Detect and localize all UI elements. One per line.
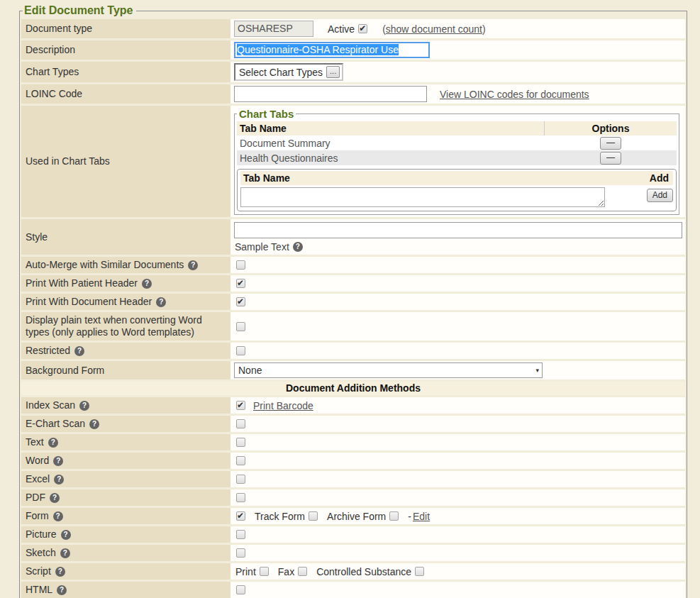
chart-tabs-title: Chart Tabs xyxy=(237,108,296,120)
excel-label: Excel xyxy=(26,473,50,485)
row-chart-types: Chart Types Select Chart Types ... xyxy=(21,62,685,82)
chevron-down-icon: ▾ xyxy=(535,367,539,374)
help-icon[interactable]: ? xyxy=(293,242,303,252)
background-form-select[interactable]: None ▾ xyxy=(234,362,543,378)
track-form-checkbox[interactable] xyxy=(309,511,318,521)
chart-types-browse-button[interactable]: ... xyxy=(326,66,340,78)
auto-merge-checkbox[interactable] xyxy=(236,260,245,270)
text-label: Text xyxy=(26,436,44,448)
help-icon[interactable]: ? xyxy=(79,401,89,411)
background-form-selected-value: None xyxy=(238,365,262,376)
script-fax-label: Fax xyxy=(278,566,294,577)
add-tab-header: Tab Name Add xyxy=(240,171,673,185)
help-icon[interactable]: ? xyxy=(61,530,71,540)
document-type-input xyxy=(234,21,313,37)
help-icon[interactable]: ? xyxy=(188,260,198,270)
used-in-chart-tabs-label: Used in Chart Tabs xyxy=(26,155,110,167)
word-label: Word xyxy=(26,455,49,467)
row-form: Form ? Track Form Archive Form - Edit xyxy=(21,508,685,524)
html-checkbox[interactable] xyxy=(236,585,245,594)
controlled-substance-checkbox[interactable] xyxy=(415,567,424,576)
add-column-header: Add xyxy=(639,171,673,185)
pdf-checkbox[interactable] xyxy=(236,493,245,502)
help-icon[interactable]: ? xyxy=(54,475,64,485)
options-column-header: Options xyxy=(544,121,677,135)
loinc-code-label: LOINC Code xyxy=(26,88,82,100)
active-checkbox[interactable] xyxy=(358,24,367,33)
archive-form-checkbox[interactable] xyxy=(389,511,399,521)
print-patient-header-checkbox[interactable] xyxy=(236,279,245,288)
help-icon[interactable]: ? xyxy=(74,346,84,356)
page-title: Edit Document Type xyxy=(23,4,136,17)
word-checkbox[interactable] xyxy=(236,456,245,465)
display-plain-text-label: Display plain text when converting Word … xyxy=(26,314,226,338)
row-sketch: Sketch ? xyxy=(21,545,685,561)
index-scan-checkbox[interactable] xyxy=(236,401,245,410)
display-plain-text-checkbox[interactable] xyxy=(236,322,245,331)
row-background-form: Background Form None ▾ xyxy=(21,361,685,380)
auto-merge-label: Auto-Merge with Similar Documents xyxy=(26,259,184,271)
picture-label: Picture xyxy=(26,528,57,541)
row-display-plain-text: Display plain text when converting Word … xyxy=(21,312,685,340)
chart-tab-row: Document Summary — xyxy=(237,135,677,150)
help-icon[interactable]: ? xyxy=(60,548,70,558)
help-icon[interactable]: ? xyxy=(156,297,166,307)
chart-tabs-fieldset: Chart Tabs Tab Name Options Document Sum… xyxy=(234,108,679,215)
print-document-header-checkbox[interactable] xyxy=(236,297,245,306)
restricted-label: Restricted xyxy=(26,345,70,357)
row-text: Text ? xyxy=(21,434,685,450)
row-pdf: PDF ? xyxy=(21,489,685,506)
archive-form-label: Archive Form xyxy=(327,511,386,522)
form-checkbox[interactable] xyxy=(236,511,245,521)
row-style: Style Sample Text ? xyxy=(21,219,685,255)
sketch-label: Sketch xyxy=(26,547,56,559)
view-loinc-codes-link[interactable]: View LOINC codes for documents xyxy=(440,89,589,100)
help-icon[interactable]: ? xyxy=(53,456,63,466)
tab-name-column-header: Tab Name xyxy=(237,121,544,135)
help-icon[interactable]: ? xyxy=(57,585,67,595)
excel-checkbox[interactable] xyxy=(236,475,245,484)
style-input[interactable] xyxy=(234,222,682,238)
row-script: Script ? Print Fax Controlled Substance xyxy=(21,563,685,580)
row-loinc-code: LOINC Code View LOINC codes for document… xyxy=(21,84,685,104)
chart-types-selector[interactable]: Select Chart Types ... xyxy=(234,63,343,81)
document-type-label: Document type xyxy=(26,23,92,35)
add-tab-button[interactable]: Add xyxy=(647,189,673,202)
print-document-header-label: Print With Document Header xyxy=(26,296,152,308)
pdf-label: PDF xyxy=(26,492,45,504)
show-document-count-link[interactable]: show document count xyxy=(386,23,482,35)
page: Edit Document Type Document type Active … xyxy=(0,4,700,598)
remove-tab-button[interactable]: — xyxy=(600,152,621,165)
help-icon[interactable]: ? xyxy=(53,511,63,521)
print-barcode-link[interactable]: Print Barcode xyxy=(253,400,313,411)
sample-text: Sample Text xyxy=(235,241,289,253)
remove-tab-button[interactable]: — xyxy=(600,137,621,150)
description-input[interactable]: Questionnaire-OSHA Respirator Use xyxy=(234,42,430,58)
restricted-checkbox[interactable] xyxy=(236,346,245,355)
sketch-checkbox[interactable] xyxy=(236,548,245,558)
picture-checkbox[interactable] xyxy=(236,530,245,539)
new-tab-name-input[interactable] xyxy=(240,187,605,207)
help-icon[interactable]: ? xyxy=(48,438,58,448)
row-print-document-header: Print With Document Header ? xyxy=(21,294,685,310)
row-echart-scan: E-Chart Scan ? xyxy=(21,416,685,432)
script-print-checkbox[interactable] xyxy=(260,567,269,576)
help-icon[interactable]: ? xyxy=(89,419,99,429)
script-fax-checkbox[interactable] xyxy=(298,567,307,576)
row-print-patient-header: Print With Patient Header ? xyxy=(21,275,685,292)
text-checkbox[interactable] xyxy=(236,438,245,447)
style-label: Style xyxy=(26,231,48,243)
loinc-code-input[interactable] xyxy=(234,86,427,102)
row-description: Description Questionnaire-OSHA Respirato… xyxy=(21,40,685,60)
description-selected-text: Questionnaire-OSHA Respirator Use xyxy=(237,44,399,55)
track-form-label: Track Form xyxy=(255,511,305,522)
edit-form-link[interactable]: Edit xyxy=(413,511,430,522)
description-label: Description xyxy=(26,44,75,56)
chart-types-selector-text: Select Chart Types xyxy=(239,67,323,78)
echart-scan-checkbox[interactable] xyxy=(236,419,245,428)
help-icon[interactable]: ? xyxy=(55,567,65,577)
add-tab-panel: Tab Name Add Add xyxy=(237,169,677,211)
row-excel: Excel ? xyxy=(21,471,685,487)
help-icon[interactable]: ? xyxy=(50,493,60,503)
help-icon[interactable]: ? xyxy=(142,279,152,289)
